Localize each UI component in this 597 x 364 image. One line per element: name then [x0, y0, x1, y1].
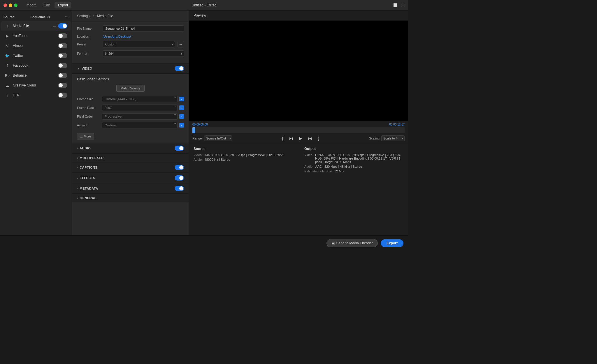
tab-export[interactable]: Export: [55, 2, 72, 8]
source-panel: Source Video: 1440x1080 (1.0) | 29.583 f…: [194, 147, 293, 247]
tab-edit[interactable]: Edit: [40, 2, 53, 8]
range-label: Range: [192, 137, 202, 140]
youtube-toggle[interactable]: [58, 33, 67, 38]
more-button[interactable]: ... More: [77, 133, 94, 139]
source-audio-key: Audio:: [194, 158, 203, 161]
mark-in-button[interactable]: {: [281, 135, 285, 141]
share-icon[interactable]: ⬜: [393, 3, 398, 7]
metadata-chevron-icon: ›: [77, 187, 78, 190]
source-value: Sequence 01: [31, 15, 50, 19]
video-toggle[interactable]: [175, 66, 184, 71]
field-order-checkbox[interactable]: [179, 114, 184, 119]
field-order-select[interactable]: Progressive: [102, 113, 178, 120]
traffic-lights: [3, 3, 17, 7]
close-button[interactable]: [3, 3, 7, 7]
frame-rate-checkbox[interactable]: [179, 105, 184, 110]
preset-select[interactable]: Custom: [103, 41, 175, 47]
location-label: Location: [77, 35, 100, 38]
captions-toggle[interactable]: [175, 165, 184, 170]
fullscreen-icon[interactable]: ⛶: [401, 3, 405, 7]
video-section-header[interactable]: ▼ VIDEO: [72, 63, 189, 74]
output-video-row: Video: H.264 | 1440x1080 (1.0) | 2997 fp…: [304, 153, 403, 164]
scaling-select[interactable]: Scale to fit: [381, 135, 405, 141]
video-chevron-icon: ▼: [77, 67, 80, 70]
media-file-toggle[interactable]: [58, 23, 67, 29]
send-to-encoder-button[interactable]: ▣ Send to Media Encoder: [326, 239, 378, 247]
sidebar-item-behance[interactable]: Be Behance: [1, 71, 71, 80]
sidebar-item-twitter[interactable]: 🐦 Twitter: [1, 51, 71, 60]
tab-import[interactable]: Import: [22, 2, 39, 8]
format-label: Format: [77, 52, 100, 55]
aspect-select[interactable]: Custom: [102, 122, 178, 128]
settings-title: Media File: [97, 14, 113, 18]
vimeo-toggle[interactable]: [58, 43, 67, 48]
basic-video-title: Basic Video Settings: [77, 77, 184, 81]
output-filesize-row: Estimated File Size: 32 MB: [304, 169, 403, 173]
timeline-bar[interactable]: [192, 127, 405, 133]
source-menu[interactable]: ···: [65, 15, 69, 19]
ftp-toggle[interactable]: [58, 93, 67, 98]
location-row: Location /Users/grb/Desktop/: [77, 35, 184, 38]
match-source-button[interactable]: Match Source: [116, 85, 145, 92]
captions-section-header[interactable]: › CAPTIONS: [72, 162, 189, 173]
audio-section-header[interactable]: › AUDIO: [72, 143, 189, 153]
output-filesize-key: Estimated File Size:: [304, 169, 333, 173]
sidebar-label-twitter: Twitter: [13, 54, 23, 58]
location-link[interactable]: /Users/grb/Desktop/: [103, 35, 131, 38]
bottom-bar: ▣ Send to Media Encoder Export: [0, 235, 408, 250]
output-filesize-value: 32 MB: [334, 169, 344, 173]
media-file-menu[interactable]: ···: [53, 24, 56, 28]
general-chevron-icon: ›: [77, 197, 78, 200]
file-name-row: File Name: [77, 25, 184, 32]
audio-toggle[interactable]: [175, 146, 184, 151]
range-select[interactable]: Source In/Out: [204, 135, 232, 141]
source-key: Source:: [3, 15, 15, 19]
vimeo-icon: V: [5, 43, 10, 48]
video-section-title: VIDEO: [82, 67, 92, 70]
output-audio-key: Audio:: [304, 165, 313, 168]
sidebar-item-creative-cloud[interactable]: ☁ Creative Cloud: [1, 81, 71, 90]
output-audio-value: AAC | 320 kbps | 48 kHz | Stereo: [315, 165, 362, 168]
effects-section-title: EFFECTS: [80, 176, 95, 180]
file-name-input[interactable]: [103, 25, 184, 32]
settings-upload-icon: ↑: [93, 14, 95, 18]
frame-size-checkbox[interactable]: [179, 97, 184, 101]
timeline-time-start: 00;00;00;00: [192, 123, 208, 126]
sidebar-item-vimeo[interactable]: V Vimeo: [1, 41, 71, 50]
general-section-header[interactable]: › GENERAL: [72, 194, 189, 202]
field-order-row: Field Order Progressive ▾: [77, 113, 184, 120]
preset-more-btn[interactable]: ···: [177, 41, 184, 47]
effects-toggle[interactable]: [175, 175, 184, 181]
facebook-toggle[interactable]: [58, 63, 67, 68]
titlebar: Import Edit Export Untitled - Edited ⬜ ⛶: [0, 0, 408, 10]
upload-icon: ↑: [5, 23, 10, 29]
twitter-toggle[interactable]: [58, 53, 67, 58]
effects-chevron-icon: ›: [77, 176, 78, 180]
effects-section-header[interactable]: › EFFECTS: [72, 173, 189, 183]
metadata-toggle[interactable]: [175, 186, 184, 191]
mark-out-button[interactable]: }: [317, 135, 321, 141]
metadata-section-header[interactable]: › METADATA: [72, 183, 189, 194]
creative-cloud-toggle[interactable]: [58, 83, 67, 88]
frame-rate-select[interactable]: 2997: [102, 105, 178, 111]
maximize-button[interactable]: [14, 3, 17, 7]
format-select[interactable]: H.264: [103, 50, 184, 57]
minimize-button[interactable]: [9, 3, 12, 7]
main-layout: Source: Sequence 01 ··· ↑ Media File ···…: [0, 10, 408, 250]
export-button[interactable]: Export: [381, 239, 403, 247]
sidebar-item-youtube[interactable]: ▶ YouTube: [1, 31, 71, 40]
aspect-checkbox[interactable]: [179, 123, 184, 128]
play-button[interactable]: ▶: [298, 135, 303, 141]
scaling-wrap: Scaling Scale to fit ▾: [369, 135, 405, 141]
titlebar-actions: ⬜ ⛶: [393, 3, 405, 7]
multiplexer-section-header[interactable]: › MULTIPLEXER: [72, 153, 189, 162]
window-title: Untitled - Edited: [192, 3, 216, 7]
frame-size-select[interactable]: Custom (1440 x 1080): [102, 96, 178, 102]
step-forward-button[interactable]: ⏭: [307, 135, 313, 141]
step-back-button[interactable]: ⏮: [288, 135, 294, 141]
sidebar-item-media-file[interactable]: ↑ Media File ···: [1, 21, 71, 31]
sidebar-label-media-file: Media File: [13, 24, 29, 28]
behance-toggle[interactable]: [58, 73, 67, 78]
sidebar-item-facebook[interactable]: f Facebook: [1, 61, 71, 70]
sidebar-item-ftp[interactable]: ↑ FTP: [1, 91, 71, 100]
